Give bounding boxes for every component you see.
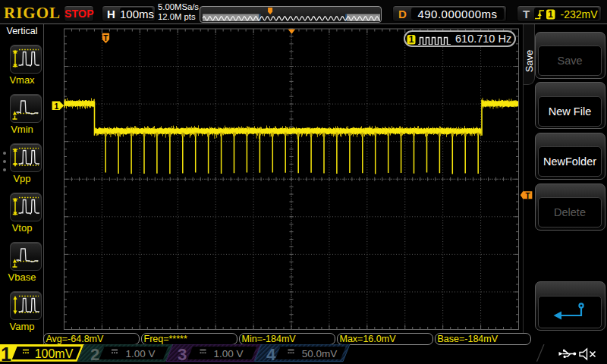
svg-text:100mV: 100mV [35,347,74,360]
svg-text:1.00 V: 1.00 V [125,348,155,359]
svg-text:3: 3 [178,345,187,364]
svg-text:50.0mV: 50.0mV [302,348,338,359]
svg-text:2: 2 [90,345,99,364]
svg-text:1: 1 [54,102,58,111]
svg-text:1.00 V: 1.00 V [213,348,243,359]
svg-text:4: 4 [266,345,276,364]
svg-text:-232mV: -232mV [561,8,599,20]
svg-text:1: 1 [409,34,414,45]
svg-text:T: T [525,192,530,200]
svg-text:1: 1 [1,344,11,364]
svg-text:1: 1 [548,9,553,20]
svg-text:610.710 Hz: 610.710 Hz [455,33,511,45]
svg-text:T: T [103,34,108,42]
